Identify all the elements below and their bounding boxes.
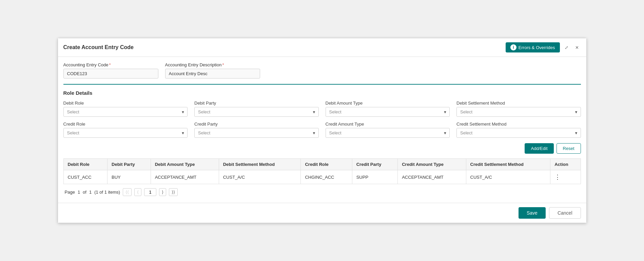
debit-amount-type-select[interactable]: Select [326, 107, 450, 117]
row-action-menu[interactable]: ⋮ [554, 174, 561, 180]
col-credit-amount-type: Credit Amount Type [398, 159, 466, 170]
credit-role-group: Credit Role Select ▼ [63, 122, 188, 138]
page-current: 1 [78, 190, 80, 195]
page-number-input[interactable] [144, 188, 156, 196]
table-row: CUST_ACC BUY ACCEPTANCE_AMT CUST_A/C CHG… [63, 170, 581, 184]
entry-desc-label: Accounting Entry Description* [165, 62, 260, 67]
page-first-button[interactable]: ⟨⟨ [123, 188, 132, 196]
col-debit-settlement-method: Debit Settlement Method [219, 159, 301, 170]
table-body: CUST_ACC BUY ACCEPTANCE_AMT CUST_A/C CHG… [63, 170, 581, 184]
cell-credit-role: CHGINC_ACC [301, 170, 352, 184]
close-icon: ✕ [575, 45, 579, 50]
create-account-entry-modal: Create Account Entry Code i Errors & Ove… [58, 38, 587, 223]
credit-party-label: Credit Party [194, 122, 319, 127]
section-divider [63, 84, 581, 85]
credit-amount-type-label: Credit Amount Type [326, 122, 450, 127]
table-header: Debit Role Debit Party Debit Amount Type… [63, 159, 581, 170]
credit-party-group: Credit Party Select ▼ [194, 122, 319, 138]
cell-debit-settlement-method: CUST_A/C [219, 170, 301, 184]
page-next-button[interactable]: ⟩ [159, 188, 166, 196]
maximize-icon: ⤢ [565, 45, 568, 50]
debit-party-select[interactable]: Select [194, 107, 319, 117]
credit-settlement-method-label: Credit Settlement Method [456, 122, 581, 127]
credit-amount-type-select[interactable]: Select [326, 128, 450, 138]
debit-amount-type-label: Debit Amount Type [326, 101, 450, 106]
col-debit-role: Debit Role [63, 159, 108, 170]
cell-debit-role: CUST_ACC [63, 170, 108, 184]
credit-settlement-method-group: Credit Settlement Method Select ▼ [456, 122, 581, 138]
entry-code-group: Accounting Entry Code* [63, 62, 158, 79]
debit-settlement-method-select-wrapper: Select ▼ [456, 107, 581, 117]
credit-amount-type-select-wrapper: Select ▼ [326, 128, 450, 138]
entry-desc-group: Accounting Entry Description* [165, 62, 260, 79]
cell-debit-party: BUY [108, 170, 151, 184]
reset-button[interactable]: Reset [557, 143, 581, 154]
col-credit-party: Credit Party [352, 159, 398, 170]
cell-credit-settlement-method: CUST_A/C [466, 170, 550, 184]
close-button[interactable]: ✕ [573, 44, 581, 51]
debit-settlement-method-select[interactable]: Select [456, 107, 581, 117]
debit-party-group: Debit Party Select ▼ [194, 101, 319, 117]
entry-desc-input[interactable] [165, 69, 260, 79]
credit-settlement-method-select-wrapper: Select ▼ [456, 128, 581, 138]
add-edit-button[interactable]: Add/Edit [525, 143, 553, 154]
credit-role-label: Credit Role [63, 122, 188, 127]
debit-amount-type-group: Debit Amount Type Select ▼ [326, 101, 450, 117]
header-actions: i Errors & Overrides ⤢ ✕ [506, 42, 581, 52]
page-label: Page [65, 190, 75, 195]
credit-amount-type-group: Credit Amount Type Select ▼ [326, 122, 450, 138]
col-debit-party: Debit Party [108, 159, 151, 170]
credit-party-select-wrapper: Select ▼ [194, 128, 319, 138]
page-of-label: of [83, 190, 86, 195]
col-credit-role: Credit Role [301, 159, 352, 170]
modal-header: Create Account Entry Code i Errors & Ove… [58, 38, 586, 57]
credit-role-select-wrapper: Select ▼ [63, 128, 188, 138]
form-top-row: Accounting Entry Code* Accounting Entry … [63, 62, 581, 79]
maximize-button[interactable]: ⤢ [563, 44, 570, 51]
entry-code-label: Accounting Entry Code* [63, 62, 158, 67]
role-details-table-wrap: Debit Role Debit Party Debit Amount Type… [63, 158, 581, 184]
page-last-button[interactable]: ⟩⟩ [169, 188, 178, 196]
save-button[interactable]: Save [519, 207, 546, 219]
pagination-bar: Page 1 of 1 (1 of 1 items) ⟨⟨ ⟨ ⟩ ⟩⟩ [63, 184, 581, 197]
credit-role-select[interactable]: Select [63, 128, 188, 138]
page-items-label: (1 of 1 items) [94, 190, 120, 195]
credit-settlement-method-select[interactable]: Select [456, 128, 581, 138]
cell-credit-party: SUPP [352, 170, 398, 184]
debit-amount-type-select-wrapper: Select ▼ [326, 107, 450, 117]
col-credit-settlement-method: Credit Settlement Method [466, 159, 550, 170]
debit-role-group: Debit Role Select ▼ [63, 101, 188, 117]
modal-body: Accounting Entry Code* Accounting Entry … [58, 57, 586, 203]
col-debit-amount-type: Debit Amount Type [151, 159, 219, 170]
errors-overrides-button[interactable]: i Errors & Overrides [506, 42, 560, 52]
credit-party-select[interactable]: Select [194, 128, 319, 138]
form-action-buttons: Add/Edit Reset [63, 143, 581, 154]
col-action: Action [550, 159, 581, 170]
page-of-value: 1 [89, 190, 92, 195]
debit-settlement-method-label: Debit Settlement Method [456, 101, 581, 106]
debit-role-select-wrapper: Select ▼ [63, 107, 188, 117]
cell-debit-amount-type: ACCEPTANCE_AMT [151, 170, 219, 184]
cell-action: ⋮ [550, 170, 581, 184]
cell-credit-amount-type: ACCEPTANCE_AMT [398, 170, 466, 184]
modal-title: Create Account Entry Code [63, 44, 134, 50]
modal-footer: Save Cancel [58, 203, 586, 223]
role-details-grid: Debit Role Select ▼ Debit Party Select ▼ [63, 101, 581, 138]
entry-code-input[interactable] [63, 69, 158, 79]
table-header-row: Debit Role Debit Party Debit Amount Type… [63, 159, 581, 170]
debit-settlement-method-group: Debit Settlement Method Select ▼ [456, 101, 581, 117]
cancel-button[interactable]: Cancel [549, 207, 581, 219]
debit-party-label: Debit Party [194, 101, 319, 106]
role-details-table: Debit Role Debit Party Debit Amount Type… [63, 158, 581, 184]
page-prev-button[interactable]: ⟨ [134, 188, 141, 196]
errors-button-label: Errors & Overrides [519, 45, 555, 50]
debit-party-select-wrapper: Select ▼ [194, 107, 319, 117]
info-icon: i [510, 44, 516, 50]
debit-role-label: Debit Role [63, 101, 188, 106]
debit-role-select[interactable]: Select [63, 107, 188, 117]
section-title: Role Details [63, 90, 581, 96]
